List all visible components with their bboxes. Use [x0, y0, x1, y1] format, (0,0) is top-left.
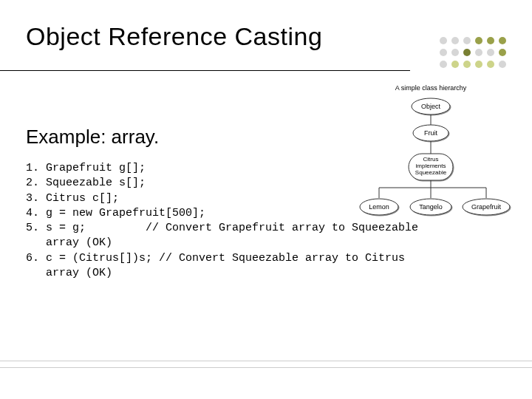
- footer-rule-1: [0, 361, 532, 361]
- slide-title: Object Reference Casting: [26, 22, 322, 51]
- slide: Object Reference Casting Example: array.…: [0, 0, 532, 399]
- footer-rule-2: [0, 367, 532, 368]
- node-tangelo: Tangelo: [419, 203, 443, 211]
- node-citrus-impl: implements: [416, 163, 446, 169]
- node-citrus-iface: Squeezable: [415, 169, 447, 176]
- node-citrus: Citrus: [423, 156, 439, 163]
- diagram-caption: A simple class hierarchy: [395, 84, 467, 92]
- node-grapefruit: Grapefruit: [471, 203, 502, 211]
- class-hierarchy-diagram: A simple class hierarchy Object Fruit Ci…: [346, 83, 516, 238]
- node-lemon: Lemon: [369, 203, 389, 211]
- node-fruit: Fruit: [424, 129, 437, 137]
- decorative-dot-grid: [440, 37, 506, 72]
- slide-subtitle: Example: array.: [26, 126, 159, 149]
- node-object: Object: [421, 103, 441, 110]
- title-underline: [0, 70, 410, 71]
